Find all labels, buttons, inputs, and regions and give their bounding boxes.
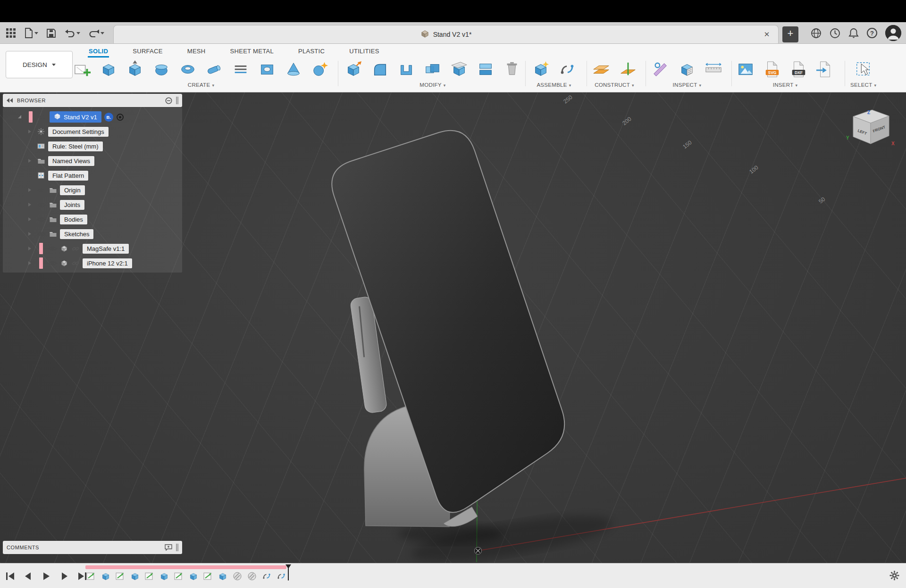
expand-caret-icon[interactable]	[25, 217, 34, 222]
tab-utilities[interactable]: UTILITIES	[348, 48, 380, 58]
browser-row-document-settings[interactable]: Document Settings	[5, 125, 180, 138]
tool-insert-mesh-button[interactable]	[814, 58, 835, 81]
browser-row-joints[interactable]: Joints	[5, 199, 180, 211]
tool-insert-svg-button[interactable]: SVG	[762, 58, 782, 81]
browser-row-bodies[interactable]: Bodies	[5, 213, 180, 225]
node-pill[interactable]: Flat Pattern	[48, 171, 88, 181]
browser-row-named-views[interactable]: Named Views	[5, 155, 180, 167]
tool-split-body-button[interactable]	[449, 58, 470, 81]
go-to-start-button[interactable]	[5, 571, 16, 582]
job-status-clock-icon[interactable]	[830, 28, 840, 39]
tool-linear-dimension-button[interactable]	[703, 58, 724, 81]
group-label-modify[interactable]: MODIFY	[343, 82, 522, 88]
eye-icon[interactable]	[37, 216, 46, 223]
tool-sweep-button[interactable]	[177, 58, 198, 81]
expand-caret-icon[interactable]	[25, 129, 34, 134]
viewport-canvas[interactable]: 250 200 150 100 50 LEFT FRONT Z Y X	[0, 92, 906, 563]
tool-new-component-button[interactable]	[530, 58, 551, 81]
save-icon[interactable]	[46, 28, 56, 38]
expand-caret-icon[interactable]	[25, 202, 34, 207]
group-label-inspect[interactable]: INSPECT	[650, 82, 724, 88]
timeline-feature-extrude-10[interactable]	[217, 571, 228, 582]
tab-mesh[interactable]: MESH	[186, 48, 207, 58]
browser-header[interactable]: BROWSER	[3, 94, 182, 107]
document-tab[interactable]: Stand V2 v1* ✕	[113, 25, 779, 43]
node-pill[interactable]: Named Views	[48, 156, 94, 166]
tool-revolve-button[interactable]	[151, 58, 172, 81]
tool-loft-button[interactable]	[283, 58, 304, 81]
user-avatar[interactable]	[885, 25, 901, 41]
expand-caret-icon[interactable]	[25, 246, 34, 251]
comments-drag-grip[interactable]	[176, 544, 178, 551]
tool-section-analysis-button[interactable]	[677, 58, 697, 81]
tool-web-button[interactable]	[230, 58, 251, 81]
timeline-feature-sketch-9[interactable]	[202, 571, 214, 582]
comments-panel[interactable]: COMMENTS	[3, 541, 182, 554]
tool-offset-plane-button[interactable]	[591, 58, 612, 81]
tab-sheet-metal[interactable]: SHEET METAL	[229, 48, 275, 58]
tool-extrude-button[interactable]	[125, 58, 145, 81]
tool-insert-dxf-button[interactable]: DXF	[788, 58, 809, 81]
timeline-feature-sketch-1[interactable]	[85, 571, 97, 582]
tab-plastic[interactable]: PLASTIC	[297, 48, 326, 58]
timeline-settings-gear[interactable]	[889, 571, 899, 582]
expand-caret-icon[interactable]	[25, 158, 34, 163]
activate-component-radio[interactable]	[116, 113, 125, 121]
origin-marker[interactable]	[475, 547, 482, 555]
node-pill[interactable]: MagSafe v1:1	[83, 244, 129, 254]
tab-solid[interactable]: SOLID	[88, 48, 109, 58]
group-label-assemble[interactable]: ASSEMBLE	[530, 82, 578, 88]
collapse-panel-icon[interactable]	[7, 98, 13, 103]
file-menu-caret[interactable]	[34, 32, 38, 34]
tool-align-button[interactable]	[475, 58, 496, 81]
browser-row-rule-steel-mm[interactable]: Rule: Steel (mm)	[5, 140, 180, 152]
eye-icon[interactable]	[37, 231, 46, 237]
tool-create-form-button[interactable]	[98, 58, 119, 81]
extensions-globe-icon[interactable]	[811, 28, 822, 39]
add-comment-icon[interactable]	[165, 544, 172, 551]
browser-row-origin[interactable]: Origin	[5, 184, 180, 196]
node-pill[interactable]: Bodies	[60, 215, 87, 224]
tool-joint-button[interactable]	[557, 58, 578, 81]
browser-row-magsafe-v1-1[interactable]: MagSafe v1:1	[5, 242, 180, 255]
tool-combine-button[interactable]	[422, 58, 443, 81]
tool-hole-button[interactable]	[257, 58, 277, 81]
tool-canvas-button[interactable]	[735, 58, 756, 81]
tool-fillet-button[interactable]	[369, 58, 390, 81]
timeline-feature-extrude-2[interactable]	[100, 571, 111, 582]
group-label-create[interactable]: CREATE	[72, 82, 330, 88]
view-cube[interactable]: LEFT FRONT Z Y X	[846, 110, 895, 146]
tab-surface[interactable]: SURFACE	[132, 48, 164, 58]
browser-row-flat-pattern[interactable]: Flat Pattern	[5, 169, 180, 182]
tool-construction-axis-button[interactable]	[617, 58, 638, 81]
tool-press-pull-button[interactable]	[343, 58, 364, 81]
timeline-position-marker[interactable]	[285, 564, 292, 581]
node-pill[interactable]: Rule: Steel (mm)	[48, 141, 103, 151]
tool-measure-button[interactable]	[650, 58, 671, 81]
notifications-bell-icon[interactable]	[848, 28, 859, 39]
expand-caret-icon[interactable]	[15, 115, 24, 119]
expand-caret-icon[interactable]	[25, 261, 34, 265]
expand-caret-icon[interactable]	[25, 232, 34, 236]
group-label-insert[interactable]: INSERT	[735, 82, 835, 88]
timeline-feature-joint-13[interactable]	[261, 571, 272, 582]
close-tab-icon[interactable]: ✕	[762, 30, 772, 39]
eye-off-icon[interactable]	[37, 202, 46, 208]
timeline-feature-sketch-3[interactable]	[115, 571, 126, 582]
step-forward-button[interactable]	[59, 571, 70, 582]
eye-icon[interactable]	[38, 114, 47, 120]
tool-primitive-button[interactable]	[310, 58, 330, 81]
group-label-select[interactable]: SELECT	[850, 82, 876, 88]
new-tab-button[interactable]: +	[782, 26, 798, 42]
timeline-feature-appearance-11[interactable]	[232, 571, 243, 582]
timeline-feature-appearance-12[interactable]	[246, 571, 258, 582]
eye-icon[interactable]	[48, 260, 57, 266]
browser-row-sketches[interactable]: Sketches	[5, 228, 180, 240]
node-pill[interactable]: Sketches	[60, 229, 93, 239]
redo-caret[interactable]	[101, 32, 104, 34]
panel-drag-grip[interactable]	[176, 97, 178, 104]
browser-row-stand-v2-v1[interactable]: Stand V2 v1B.	[5, 111, 180, 123]
group-label-construct[interactable]: CONSTRUCT	[591, 82, 638, 88]
timeline-feature-extrude-6[interactable]	[159, 571, 170, 582]
undo-caret[interactable]	[76, 32, 80, 34]
